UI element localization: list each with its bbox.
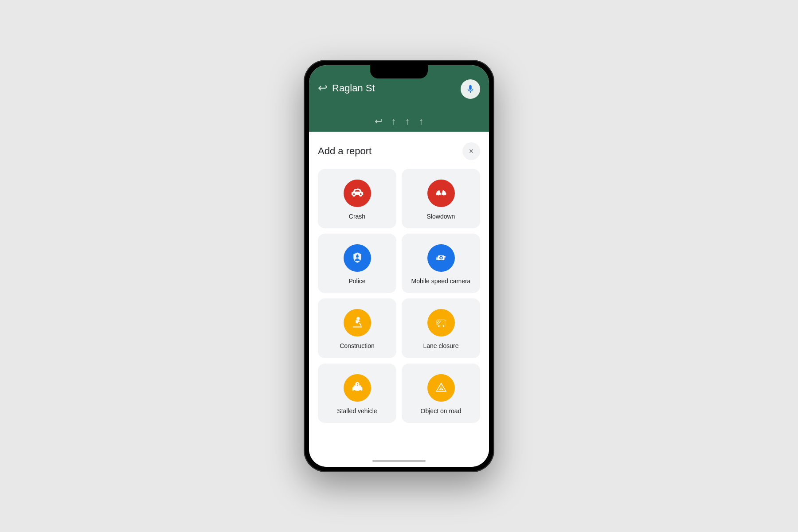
report-item-crash[interactable]: Crash bbox=[318, 169, 396, 228]
svg-rect-12 bbox=[443, 256, 446, 257]
report-item-speed-camera[interactable]: Mobile speed camera bbox=[402, 234, 480, 293]
phone-screen: ↩ Raglan St ↩ ↑ ↑ ↑ Add a report × bbox=[309, 65, 489, 467]
turn-left-icon: ↩ bbox=[375, 116, 383, 127]
back-arrow-icon: ↩ bbox=[318, 81, 328, 95]
stalled-vehicle-label: Stalled vehicle bbox=[337, 407, 377, 415]
slowdown-icon bbox=[434, 186, 449, 201]
crash-icon-circle bbox=[344, 180, 371, 207]
svg-point-22 bbox=[359, 390, 361, 392]
svg-point-2 bbox=[436, 195, 438, 196]
object-on-road-label: Object on road bbox=[421, 407, 462, 415]
svg-rect-17 bbox=[438, 325, 439, 327]
stalled-vehicle-icon-circle bbox=[344, 374, 371, 402]
svg-point-3 bbox=[438, 195, 440, 196]
svg-rect-18 bbox=[442, 325, 444, 327]
phone-frame: ↩ Raglan St ↩ ↑ ↑ ↑ Add a report × bbox=[304, 60, 494, 472]
construction-icon-circle bbox=[344, 309, 371, 336]
home-indicator bbox=[309, 454, 489, 467]
home-bar bbox=[372, 460, 426, 462]
crash-label: Crash bbox=[349, 212, 365, 220]
close-button[interactable]: × bbox=[462, 142, 480, 160]
report-grid: Crash bbox=[318, 169, 480, 423]
lane-closure-label: Lane closure bbox=[423, 342, 458, 350]
object-on-road-icon bbox=[434, 380, 449, 395]
mic-icon bbox=[466, 84, 475, 94]
svg-rect-13 bbox=[444, 257, 445, 258]
mic-button[interactable] bbox=[461, 79, 480, 99]
report-item-stalled-vehicle[interactable]: Stalled vehicle bbox=[318, 364, 396, 423]
object-on-road-icon-circle bbox=[427, 374, 455, 402]
speed-camera-icon bbox=[434, 250, 449, 266]
slowdown-icon-circle bbox=[427, 180, 455, 207]
sheet-title: Add a report bbox=[318, 145, 372, 157]
svg-rect-15 bbox=[356, 319, 360, 320]
police-icon-circle bbox=[344, 244, 371, 272]
street-name: Raglan St bbox=[332, 82, 375, 94]
report-item-police[interactable]: Police bbox=[318, 234, 396, 293]
svg-rect-26 bbox=[441, 387, 442, 389]
construction-label: Construction bbox=[340, 342, 375, 350]
svg-point-7 bbox=[444, 195, 446, 196]
report-item-lane-closure[interactable]: Lane closure bbox=[402, 298, 480, 358]
stalled-vehicle-icon bbox=[350, 380, 365, 395]
sheet-header: Add a report × bbox=[318, 142, 480, 160]
crash-icon bbox=[350, 186, 365, 201]
svg-rect-24 bbox=[357, 383, 358, 384]
bottom-sheet: Add a report × Crash bbox=[309, 132, 489, 454]
report-item-object-on-road[interactable]: Object on road bbox=[402, 364, 480, 423]
straight-icon-1: ↑ bbox=[391, 116, 396, 127]
police-icon bbox=[350, 250, 365, 266]
straight-icon-3: ↑ bbox=[419, 116, 424, 127]
lane-closure-icon bbox=[434, 315, 449, 330]
speed-camera-label: Mobile speed camera bbox=[411, 277, 471, 285]
straight-icon-2: ↑ bbox=[405, 116, 410, 127]
notch bbox=[370, 65, 428, 78]
lane-closure-icon-circle bbox=[427, 309, 455, 336]
svg-point-11 bbox=[440, 257, 442, 259]
report-item-slowdown[interactable]: Slowdown bbox=[402, 169, 480, 228]
svg-point-8 bbox=[356, 255, 359, 258]
slowdown-label: Slowdown bbox=[427, 212, 455, 220]
svg-point-27 bbox=[441, 389, 442, 390]
directions-row: ↩ ↑ ↑ ↑ bbox=[309, 114, 489, 132]
svg-point-25 bbox=[357, 385, 358, 386]
svg-point-6 bbox=[442, 195, 443, 196]
speed-camera-icon-circle bbox=[427, 244, 455, 272]
police-label: Police bbox=[348, 277, 365, 285]
construction-icon bbox=[350, 315, 365, 330]
svg-point-21 bbox=[353, 390, 356, 392]
report-item-construction[interactable]: Construction bbox=[318, 298, 396, 358]
